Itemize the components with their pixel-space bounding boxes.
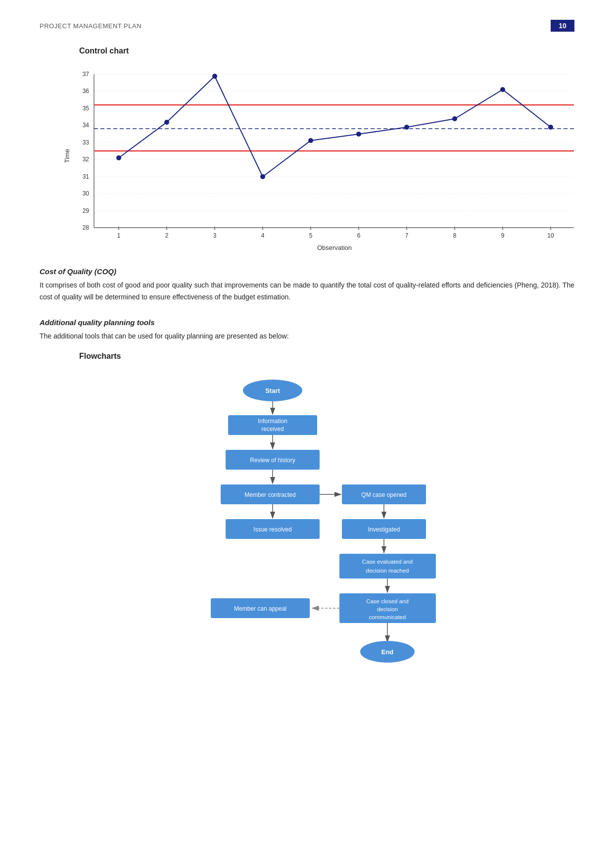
- svg-text:Review of history: Review of history: [250, 457, 295, 464]
- svg-text:7: 7: [405, 232, 409, 239]
- svg-text:received: received: [261, 426, 283, 433]
- svg-text:Investigated: Investigated: [368, 526, 400, 533]
- page-number: 10: [551, 20, 574, 32]
- svg-text:6: 6: [357, 232, 361, 239]
- data-point-6: [356, 132, 361, 137]
- additional-quality-heading: Additional quality planning tools: [40, 318, 574, 327]
- svg-text:37: 37: [83, 71, 90, 78]
- data-point-10: [548, 125, 553, 130]
- svg-text:Member contracted: Member contracted: [244, 491, 295, 498]
- svg-text:decision: decision: [377, 606, 397, 612]
- svg-text:33: 33: [83, 139, 90, 146]
- flowchart-section: Flowcharts Start Information received Re…: [40, 352, 574, 707]
- svg-text:4: 4: [261, 232, 265, 239]
- control-chart-container: Time 28 29 30 31 32 33 34 35 36 37: [59, 64, 555, 252]
- svg-text:Case evaluated and: Case evaluated and: [362, 559, 412, 565]
- svg-text:36: 36: [83, 88, 90, 95]
- svg-text:QM case opened: QM case opened: [361, 491, 406, 498]
- x-axis-label: Observation: [317, 244, 352, 251]
- svg-text:29: 29: [83, 207, 90, 214]
- svg-text:2: 2: [165, 232, 169, 239]
- svg-text:Member can appeal: Member can appeal: [234, 605, 286, 612]
- flowchart-container: Start Information received Review of his…: [40, 371, 574, 707]
- page-header: PROJECT MANAGEMENT PLAN 10: [40, 20, 574, 32]
- flowchart-title: Flowcharts: [79, 352, 574, 361]
- svg-text:9: 9: [501, 232, 505, 239]
- data-point-2: [164, 120, 169, 125]
- svg-text:30: 30: [83, 190, 90, 197]
- svg-text:Case closed and: Case closed and: [366, 598, 409, 604]
- svg-text:Start: Start: [265, 387, 280, 394]
- cost-of-quality-section: Cost of Quality (COQ) It comprises of bo…: [40, 267, 574, 303]
- svg-text:1: 1: [117, 232, 121, 239]
- svg-text:10: 10: [547, 232, 554, 239]
- svg-text:decision reached: decision reached: [366, 568, 409, 574]
- additional-quality-section: Additional quality planning tools The ad…: [40, 318, 574, 342]
- data-point-7: [404, 125, 409, 130]
- svg-text:communicated: communicated: [369, 614, 406, 620]
- control-chart-svg: Time 28 29 30 31 32 33 34 35 36 37: [59, 64, 584, 252]
- svg-text:8: 8: [453, 232, 457, 239]
- data-point-3: [212, 74, 217, 79]
- svg-text:Information: Information: [257, 418, 287, 425]
- svg-text:35: 35: [83, 105, 90, 112]
- svg-text:32: 32: [83, 156, 90, 163]
- coq-heading: Cost of Quality (COQ): [40, 267, 574, 276]
- flowchart-svg: Start Information received Review of his…: [134, 371, 480, 707]
- document-title: PROJECT MANAGEMENT PLAN: [40, 22, 142, 30]
- svg-text:3: 3: [213, 232, 217, 239]
- svg-text:31: 31: [83, 173, 90, 180]
- svg-text:Issue resolved: Issue resolved: [253, 526, 291, 533]
- svg-text:28: 28: [83, 224, 90, 231]
- data-point-8: [452, 116, 457, 121]
- svg-text:End: End: [381, 648, 393, 656]
- case-evaluated-node: [339, 554, 436, 579]
- data-point-4: [260, 174, 265, 179]
- svg-text:5: 5: [309, 232, 313, 239]
- additional-quality-body: The additional tools that can be used fo…: [40, 331, 574, 342]
- y-axis-label: Time: [63, 149, 71, 163]
- data-line: [119, 76, 551, 177]
- data-point-1: [116, 155, 121, 160]
- data-point-9: [500, 87, 505, 92]
- svg-text:34: 34: [83, 122, 90, 129]
- coq-body: It comprises of both cost of good and po…: [40, 280, 574, 303]
- data-point-5: [308, 138, 313, 143]
- control-chart-title: Control chart: [79, 47, 574, 55]
